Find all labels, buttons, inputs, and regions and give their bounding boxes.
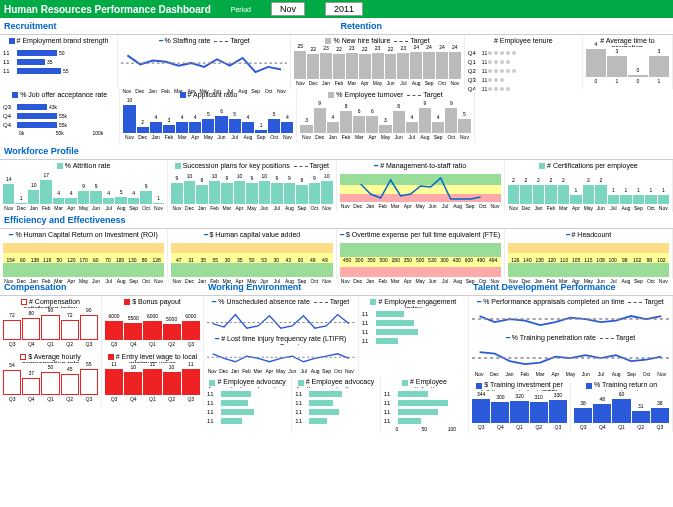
chart-advocacy-employer: # Employee advocacy for the organization… [292,376,380,434]
chart-staffing-rate: ━ % Staffing rate Target NovDecJanFebMar… [118,35,291,89]
chart-attrition-rate: % Attrition rate 1411017449945491 NovDec… [0,160,168,212]
chart-employee-turnover: % Employee turnover Target 3948663849495… [297,89,474,143]
period-year[interactable]: 2011 [325,2,363,16]
chart-hourly-comp: $ Average hourly compensation rate 54375… [0,351,102,406]
chart-satisfaction: # Employee satisfaction 11 11 11 11 0501… [381,376,469,434]
chart-mgmt-staff-ratio: ━ # Management-to-staff ratio NovDecJanF… [337,160,505,212]
chart-headcount: ━ # Headcount 12614013012011010511510810… [505,229,673,279]
chart-advocacy-products: # Employee advocacy for products and ser… [204,376,292,434]
section-working-env: Working Environment [204,279,469,296]
chart-hc-value-added: ━ $ Human capital value added 4731355530… [168,229,336,279]
chart-hc-roi: ━ % Human Capital Return on Investment (… [0,229,168,279]
section-recruitment: Recruitment [0,18,337,35]
chart-certifications: # Certifications per employee 2222212211… [505,160,673,212]
chart-employee-tenure: # Employee tenure Q411 Q111 Q211 Q311 Q4… [465,35,583,89]
dashboard-header: Human Resources Performance Dashboard Pe… [0,0,673,18]
page-title: Human Resources Performance Dashboard [4,4,211,15]
chart-new-hire-failure: % New hire failure Target 25222322232223… [291,35,464,89]
chart-succession-plans: Succession plans for key positions Targe… [168,160,336,212]
chart-offer-acceptance: % Job offer acceptance rate Q343k Q455k … [0,89,120,143]
chart-time-to-promotion: # Average time to promotion 4 3 0 3 0101 [583,35,673,89]
chart-absence-rate: ━ % Unscheduled absence rate Target ━ # … [204,296,359,376]
chart-overtime-expense: ━ $ Overtime expense per full time equiv… [337,229,505,279]
section-retention: Retention [337,18,674,35]
chart-engagement: # Employee engagement index 11 11 11 11 [359,296,469,376]
section-workforce: Workforce Profile [0,143,673,160]
chart-comp-satisfaction: # Compensation satisfaction index 728090… [0,296,102,351]
chart-appraisals: ━ % Performance appraisals completed on … [469,296,673,379]
section-efficiency: Efficiency and Effectiveness [0,212,673,229]
section-talent: Talent Development Performance [469,279,673,296]
chart-training-investment: $ Training investment per full time equi… [469,379,571,432]
section-compensation: Compensation [0,279,204,296]
period-month[interactable]: Nov [271,2,305,16]
chart-bonus-payout: $ Bonus payout 60005500600050006000 Q3Q4… [102,296,204,351]
period-label: Period [231,6,251,13]
chart-brand-strength: # Employment brand strength 1150 1135 11… [0,35,118,89]
chart-applicant-ratio: # Applicant ratio 10243445654154 NovDecJ… [120,89,297,143]
chart-entry-wage: # Entry level wage to local minimum wage… [102,351,204,406]
chart-training-roi: % Training return on investment 38486031… [571,379,673,432]
